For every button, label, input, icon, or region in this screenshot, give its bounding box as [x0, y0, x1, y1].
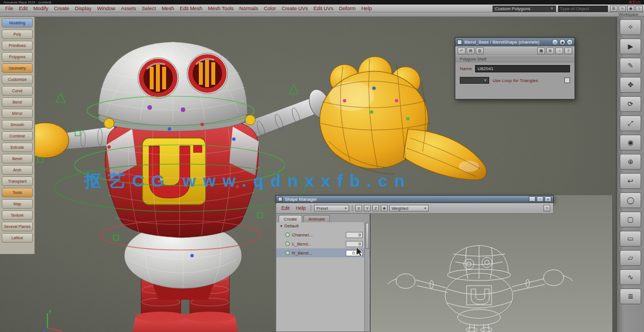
menu-item[interactable]: Assets [118, 5, 139, 12]
lock-icon[interactable]: ◈ [381, 205, 388, 212]
attr-window-titlebar[interactable]: Blend_Base / BlendShape (channels) ◎◉✕ [455, 38, 575, 46]
paint-select-icon[interactable]: ✎ [620, 58, 641, 74]
menu-item[interactable]: Modify [31, 5, 51, 12]
left-panel-button[interactable]: Texture [2, 210, 33, 220]
left-panel-button[interactable]: Extrude [2, 143, 33, 152]
menu-item[interactable]: Color [261, 5, 279, 12]
move-tool-icon[interactable]: ✥ [620, 77, 641, 93]
scale-tool-icon[interactable]: ⤢ [620, 115, 641, 131]
left-panel-button[interactable]: Curve [2, 86, 33, 96]
search-input[interactable] [558, 6, 608, 12]
grid-view-icon[interactable]: ▥ [476, 48, 484, 54]
menu-item[interactable]: Mesh Tools [205, 5, 236, 12]
menu-item[interactable]: Edit UVs [311, 5, 336, 12]
left-panel-button[interactable]: Poly [2, 29, 33, 39]
show-manipulator-icon[interactable]: ⊕ [620, 154, 641, 170]
menu-item[interactable]: Select [139, 5, 159, 12]
left-panel-button[interactable]: Customize [2, 75, 33, 84]
layers-icon[interactable]: ≣ [620, 288, 641, 304]
axis-y-label: y [49, 309, 51, 313]
menu-item[interactable]: Window [94, 5, 118, 12]
shelf-dropdown[interactable]: Custom Polygons ▼ [493, 6, 556, 12]
name-field[interactable]: U82041 [475, 65, 570, 72]
left-panel-button[interactable]: Several Planes [2, 222, 33, 231]
scrollbar-thumb[interactable] [365, 223, 369, 249]
preset-dropdown[interactable]: Preset ▼ [314, 205, 349, 212]
help-menu[interactable]: Help [294, 205, 308, 211]
channel-value-field[interactable]: 0 [346, 232, 363, 238]
lasso-icon[interactable]: ✧ [620, 19, 641, 35]
channel-toggle[interactable] [285, 242, 290, 246]
left-panel-button[interactable]: Combine [2, 131, 33, 141]
render-icon[interactable]: ◉ [627, 6, 634, 12]
axis-y-button[interactable]: Y [364, 205, 371, 212]
menu-item[interactable]: Create [51, 5, 72, 12]
left-panel-button[interactable]: Mirror [2, 109, 33, 118]
help-button[interactable]: ? [543, 205, 550, 212]
minimize-icon[interactable]: ▁ [529, 196, 536, 202]
cube-primitive-icon[interactable]: ▢ [620, 212, 641, 227]
menu-item[interactable]: Normals [237, 5, 262, 12]
left-panel-button[interactable]: Bend [2, 97, 33, 107]
rotate-tool-icon[interactable]: ⟳ [620, 96, 641, 112]
cylinder-primitive-icon[interactable]: ▭ [620, 231, 641, 247]
plane-primitive-icon[interactable]: ▱ [620, 250, 641, 266]
menu-item[interactable]: Display [72, 5, 95, 12]
select-arrow-icon[interactable]: ▶ [620, 38, 641, 54]
menu-item[interactable]: Help [359, 5, 375, 12]
pin-icon[interactable]: ◎ [552, 39, 558, 45]
interpolation-dropdown[interactable]: Weighted ▼ [389, 205, 429, 212]
channel-row[interactable]: Channel... 0 [276, 230, 369, 239]
tab[interactable]: Create [279, 215, 302, 222]
help2-icon[interactable]: ? [564, 48, 572, 54]
left-panel-button[interactable]: Modeling [2, 18, 33, 28]
snap-curve-icon[interactable]: ∿ [619, 6, 626, 12]
channel-scrollbar[interactable] [364, 222, 369, 331]
left-panel-button[interactable]: Primitives [2, 41, 33, 50]
maximize-icon[interactable]: □ [537, 196, 543, 202]
help-icon[interactable]: ? [636, 6, 643, 12]
section-header: Polygons Shelf [455, 55, 575, 62]
axis-z-button[interactable]: Z [372, 205, 379, 212]
left-panel-button[interactable]: Geometry [2, 63, 33, 73]
last-tool-icon[interactable]: ↩ [620, 173, 641, 189]
menu-item[interactable]: Deform [336, 5, 359, 12]
option-checkbox[interactable] [564, 77, 570, 83]
left-panel-button[interactable]: Polygons [2, 52, 33, 62]
left-panel-button[interactable]: Bevel [2, 154, 33, 163]
snap-grid-icon[interactable]: ⊞ [610, 6, 617, 12]
presets-icon[interactable]: ◉ [559, 39, 565, 45]
left-panel-button[interactable]: Lattice [2, 233, 33, 243]
channel-group[interactable]: ▼ Default [276, 222, 369, 230]
panel-icon[interactable]: ▦ [537, 48, 545, 54]
tab[interactable]: Animate [303, 215, 330, 222]
close-icon[interactable]: ✕ [545, 196, 551, 202]
clock-icon[interactable]: ◔ [555, 48, 563, 54]
left-panel-button[interactable]: Smooth [2, 120, 33, 130]
edit-menu[interactable]: Edit [279, 205, 292, 211]
menu-item[interactable]: Edit Mesh [177, 5, 205, 12]
divider [311, 205, 311, 212]
shape-window-titlebar[interactable]: Shape Manager ▁□✕ [276, 195, 554, 203]
left-panel-button[interactable]: Tools [2, 188, 33, 197]
axis-x-button[interactable]: X [355, 205, 362, 212]
menu-item[interactable]: Edit [16, 5, 31, 12]
soft-mod-icon[interactable]: ◉ [620, 135, 641, 150]
back-icon[interactable]: ↶ [458, 48, 465, 54]
list-view-icon[interactable]: ▤ [467, 48, 475, 54]
menu-item[interactable]: Create UVs [279, 5, 311, 12]
close-icon[interactable]: ✕ [567, 39, 573, 45]
left-panel-button[interactable]: Transplant [2, 176, 33, 186]
channel-toggle[interactable] [285, 232, 290, 237]
left-panel-button[interactable]: Arch [2, 165, 33, 175]
left-panel-button[interactable]: Map [2, 199, 33, 209]
sphere-primitive-icon[interactable]: ◯ [620, 192, 641, 208]
mode-dropdown[interactable]: ▼ [460, 77, 489, 84]
channel-value-field[interactable]: 0 [346, 241, 363, 247]
menu-item[interactable]: Mesh [159, 5, 177, 12]
menu-item[interactable]: File [2, 5, 16, 12]
channel-toggle[interactable] [285, 251, 290, 255]
curve-tool-icon[interactable]: ∿ [620, 269, 641, 285]
name-row: Name U82041 [455, 62, 575, 75]
pin2-icon[interactable]: ⊞ [546, 48, 554, 54]
